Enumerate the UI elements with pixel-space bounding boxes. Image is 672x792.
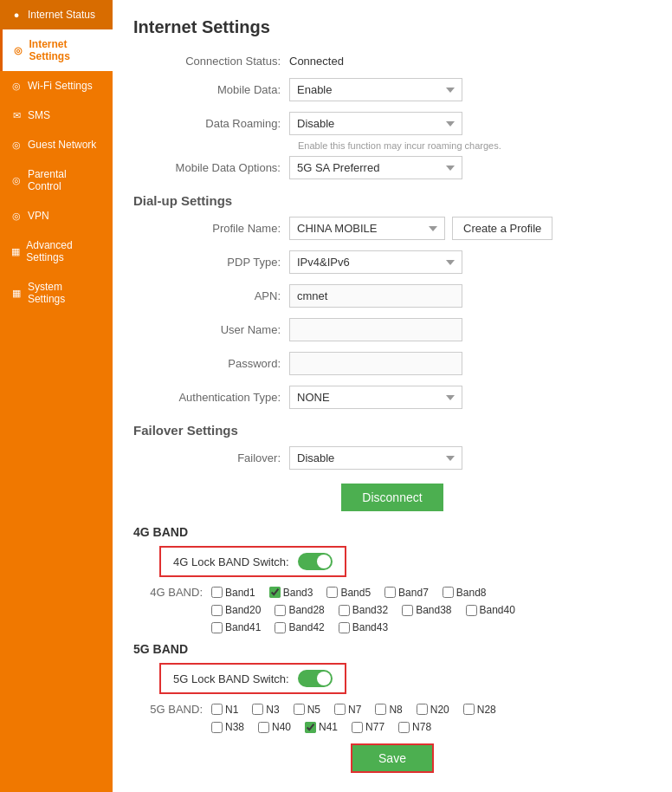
band-4g-band42[interactable]: Band42 [275, 621, 324, 633]
band-5g-n7-check[interactable] [334, 704, 346, 715]
sidebar-icon-internet-settings: ◎ [13, 45, 24, 56]
band-4g-band42-check[interactable] [275, 622, 286, 633]
band-5g-toggle[interactable] [298, 670, 333, 687]
band-4g-band5-check[interactable] [326, 587, 338, 598]
sidebar-item-advanced-settings[interactable]: ▦Advanced Settings [0, 230, 113, 272]
band-5g-n28-check[interactable] [463, 704, 475, 715]
band-5g-n41[interactable]: N41 [305, 721, 338, 733]
band-4g-band3[interactable]: Band3 [269, 587, 313, 599]
password-label: Password: [133, 357, 289, 370]
band-4g-band5[interactable]: Band5 [326, 587, 371, 599]
username-input[interactable] [289, 318, 462, 341]
auth-type-select[interactable]: NONE PAP CHAP [289, 386, 462, 409]
disconnect-button[interactable]: Disconnect [341, 484, 443, 511]
band-5g-n20[interactable]: N20 [417, 704, 449, 716]
page-title: Internet Settings [133, 17, 651, 37]
band-4g-title: 4G BAND [133, 525, 651, 539]
band-5g-row-label: 5G BAND: [133, 703, 211, 716]
sidebar-item-wifi-settings[interactable]: ◎Wi-Fi Settings [0, 71, 113, 101]
band-5g-n5[interactable]: N5 [294, 704, 320, 716]
create-profile-button[interactable]: Create a Profile [452, 217, 552, 240]
band-5g-section: 5G BAND 5G Lock BAND Switch: 5G BAND: N1… [133, 642, 651, 733]
apn-input[interactable] [289, 284, 462, 308]
connection-status-value: Connected [289, 55, 344, 68]
band-5g-n20-check[interactable] [417, 704, 428, 715]
band-4g-band20[interactable]: Band20 [211, 604, 261, 616]
band-5g-n77[interactable]: N77 [352, 721, 384, 733]
band-5g-n40-check[interactable] [258, 722, 269, 733]
band-4g-band3-check[interactable] [269, 587, 281, 598]
band-4g-band43[interactable]: Band43 [339, 621, 388, 633]
sidebar-label-parental-control: Parental Control [28, 168, 102, 192]
sidebar-item-system-settings[interactable]: ▦System Settings [0, 272, 113, 314]
band-4g-band40-check[interactable] [466, 605, 477, 616]
sidebar-item-sms[interactable]: ✉SMS [0, 101, 113, 130]
mobile-data-select[interactable]: Enable Disable [289, 78, 462, 101]
band-5g-n38-check[interactable] [211, 722, 223, 733]
band-5g-n1[interactable]: N1 [211, 704, 238, 716]
data-roaming-select[interactable]: Disable Enable [289, 112, 462, 135]
sidebar-label-wifi-settings: Wi-Fi Settings [28, 80, 93, 92]
band-4g-band32[interactable]: Band32 [339, 604, 388, 616]
band-4g-band20-check[interactable] [211, 605, 223, 616]
save-button[interactable]: Save [351, 743, 434, 773]
sidebar-item-guest-network[interactable]: ◎Guest Network [0, 130, 113, 159]
band-5g-checkboxes-row2: N38 N40 N41 N77 N78 [211, 721, 431, 733]
band-4g-section: 4G BAND 4G Lock BAND Switch: 4G BAND: Ba… [133, 525, 651, 633]
band-5g-n3-check[interactable] [252, 704, 263, 715]
sidebar-label-advanced-settings: Advanced Settings [26, 239, 102, 263]
band-4g-checkboxes-row2: Band20 Band28 Band32 Band38 Band40 [211, 604, 515, 616]
band-5g-n1-check[interactable] [211, 704, 223, 715]
pdp-type-select[interactable]: IPv4&IPv6 IPv4 IPv6 [289, 250, 462, 274]
sidebar-item-parental-control[interactable]: ◎Parental Control [0, 159, 113, 201]
band-4g-band38-check[interactable] [402, 605, 413, 616]
band-5g-n28[interactable]: N28 [463, 704, 496, 716]
band-4g-band1-check[interactable] [211, 587, 223, 598]
mobile-data-options-select[interactable]: 5G SA Preferred 4G Only 5G Only [289, 156, 462, 179]
band-4g-toggle-thumb [317, 555, 331, 568]
band-4g-band43-check[interactable] [339, 622, 350, 633]
band-5g-n41-check[interactable] [305, 722, 316, 733]
sidebar-label-vpn: VPN [28, 210, 49, 222]
band-4g-band7-check[interactable] [384, 587, 396, 598]
band-5g-n8-check[interactable] [375, 704, 386, 715]
band-4g-band7[interactable]: Band7 [384, 587, 429, 599]
sidebar-item-internet-status[interactable]: ●Internet Status [0, 0, 113, 29]
band-5g-n40[interactable]: N40 [258, 721, 291, 733]
sidebar-label-guest-network: Guest Network [28, 139, 96, 151]
band-5g-checkboxes-row1: N1 N3 N5 N7 N8 N20 N28 [211, 704, 496, 716]
password-input[interactable] [289, 352, 462, 375]
dialup-section-title: Dial-up Settings [133, 193, 651, 208]
band-4g-row2: Band20 Band28 Band32 Band38 Band40 [133, 604, 651, 616]
band-4g-band40[interactable]: Band40 [466, 604, 515, 616]
band-5g-n78-check[interactable] [398, 722, 410, 733]
band-4g-band1[interactable]: Band1 [211, 587, 255, 599]
band-5g-n7[interactable]: N7 [334, 704, 361, 716]
band-5g-n5-check[interactable] [294, 704, 305, 715]
profile-name-select[interactable]: CHINA MOBILE [289, 217, 445, 240]
band-4g-toggle[interactable] [298, 553, 333, 570]
sidebar-item-vpn[interactable]: ◎VPN [0, 201, 113, 230]
band-4g-band8[interactable]: Band8 [443, 587, 487, 599]
band-5g-n3[interactable]: N3 [252, 704, 279, 716]
band-4g-band8-check[interactable] [443, 587, 454, 598]
band-4g-band41-check[interactable] [211, 622, 223, 633]
band-4g-band28-check[interactable] [275, 605, 286, 616]
failover-row: Failover: Disable Enable [133, 446, 651, 470]
failover-select[interactable]: Disable Enable [289, 446, 462, 470]
band-4g-band28[interactable]: Band28 [275, 604, 324, 616]
band-5g-n8[interactable]: N8 [375, 704, 402, 716]
mobile-data-label: Mobile Data: [133, 83, 289, 96]
band-5g-n38[interactable]: N38 [211, 721, 244, 733]
band-4g-band38[interactable]: Band38 [402, 604, 451, 616]
band-4g-checkboxes-row1: Band1 Band3 Band5 Band7 Band8 [211, 587, 487, 599]
band-5g-n78[interactable]: N78 [398, 721, 431, 733]
band-4g-band41[interactable]: Band41 [211, 621, 261, 633]
band-5g-n77-check[interactable] [352, 722, 363, 733]
band-4g-band32-check[interactable] [339, 605, 350, 616]
band-5g-toggle-thumb [317, 672, 331, 685]
failover-section-title: Failover Settings [133, 423, 651, 438]
data-roaming-row: Data Roaming: Disable Enable [133, 112, 651, 135]
sidebar-item-internet-settings[interactable]: ◎Internet Settings [0, 29, 113, 71]
sidebar-label-internet-settings: Internet Settings [29, 38, 103, 62]
